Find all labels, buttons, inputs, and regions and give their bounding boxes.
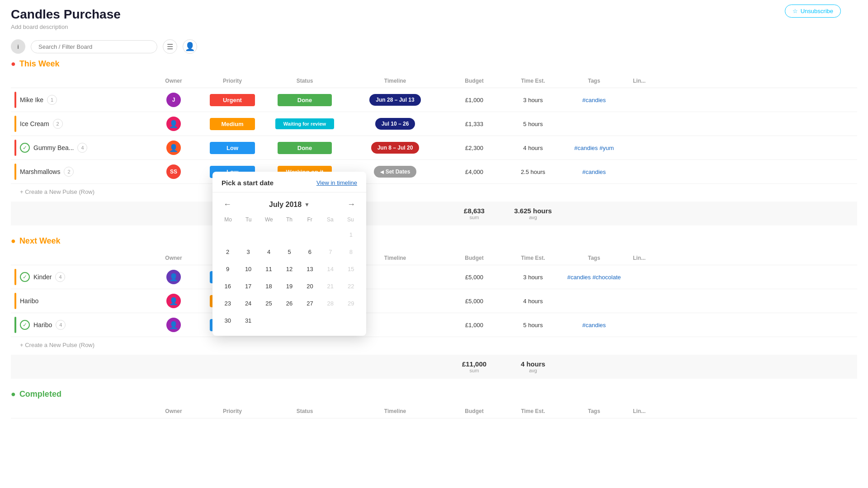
status-cell[interactable]: Done [264, 94, 345, 106]
calendar-dropdown-arrow[interactable]: ▼ [304, 202, 310, 208]
calendar-day[interactable]: 16 [218, 278, 237, 294]
timeline-badge[interactable]: Jul 10 – 26 [375, 118, 415, 130]
row-name-text[interactable]: Haribo [33, 321, 52, 328]
row-name-text[interactable]: Haribo [20, 297, 38, 305]
calendar-day[interactable]: 23 [218, 295, 237, 311]
calendar-day[interactable]: 10 [238, 261, 258, 277]
table-row: Haribo 👤 Medium £5,000 4 hours [11, 289, 857, 313]
priority-cell[interactable]: Medium [201, 118, 264, 130]
owner-cell: J [146, 93, 201, 107]
calendar-day [259, 312, 278, 328]
calendar-month-display: July 2018 ▼ [269, 201, 310, 209]
next-week-toggle[interactable]: ● [11, 236, 16, 246]
time-cell: 5 hours [504, 322, 562, 328]
col-timeline: Timeline [345, 408, 445, 414]
calendar-day[interactable]: 27 [300, 295, 320, 311]
calendar-day: 14 [321, 261, 340, 277]
calendar-next-button[interactable]: → [344, 198, 359, 211]
calendar-day[interactable]: 3 [238, 244, 258, 260]
page-subtitle[interactable]: Add board description [11, 23, 857, 30]
completed-toggle[interactable]: ● [11, 389, 16, 399]
owner-cell: 👤 [146, 117, 201, 131]
table-row: Ice Cream 2 👤 Medium Waiting for review … [11, 112, 857, 136]
budget-cell: £1,333 [445, 121, 504, 127]
add-row-button[interactable]: + Create a New Pulse (Row) [11, 184, 857, 200]
tags-cell[interactable]: #candies [562, 97, 626, 103]
calendar-day[interactable]: 25 [259, 295, 278, 311]
table-header-this-week: Owner Priority Status Timeline Budget Ti… [11, 74, 857, 88]
view-in-timeline-link[interactable]: View in timeline [316, 179, 357, 186]
col-status: Status [264, 408, 345, 414]
calendar-prev-button[interactable]: ← [220, 198, 235, 211]
toolbar: i ☰ 👤 [0, 34, 868, 59]
priority-badge[interactable]: Medium [210, 118, 255, 130]
avatar: J [166, 93, 181, 107]
row-name-text[interactable]: Ice Cream [20, 120, 49, 127]
row-name-text[interactable]: Kinder [33, 273, 52, 281]
calendar-day [279, 312, 299, 328]
search-input[interactable] [31, 40, 157, 53]
priority-badge[interactable]: Low [210, 142, 255, 154]
status-badge[interactable]: Done [278, 142, 332, 154]
calendar-day[interactable]: 12 [279, 261, 299, 277]
tags-cell[interactable]: #candies [562, 169, 626, 175]
tags-cell[interactable]: #candies [562, 322, 626, 328]
row-indicator [14, 140, 16, 156]
table-row: Marshmallows 2 SS Low Working on it ◀ Se… [11, 160, 857, 184]
row-name-text[interactable]: Marshmallows [20, 168, 60, 175]
calendar-day: 7 [321, 244, 340, 260]
this-week-section: ● This Week Owner Priority Status Timeli… [0, 59, 868, 236]
add-row-button-next-week[interactable]: + Create a New Pulse (Row) [11, 337, 857, 353]
row-indicator [14, 164, 16, 180]
priority-cell[interactable]: Urgent [201, 94, 264, 106]
person-icon[interactable]: 👤 [183, 39, 197, 54]
calendar-day[interactable]: 26 [279, 295, 299, 311]
calendar-day[interactable]: 30 [218, 312, 237, 328]
calendar-day[interactable]: 6 [300, 244, 320, 260]
tags-cell[interactable]: #candies #chocolate [562, 274, 626, 281]
calendar-day[interactable]: 31 [238, 312, 258, 328]
calendar-day[interactable]: 19 [279, 278, 299, 294]
day-th: Th [279, 215, 299, 225]
owner-cell: SS [146, 164, 201, 179]
calendar-day[interactable]: 24 [238, 295, 258, 311]
unsubscribe-button[interactable]: ☆ Unsubscribe [785, 5, 841, 18]
status-cell[interactable]: Done [264, 142, 345, 154]
calendar-header-bar: Pick a start date View in timeline [212, 172, 366, 192]
status-badge[interactable]: Waiting for review [275, 118, 334, 129]
avatar: 👤 [166, 318, 181, 332]
timeline-badge[interactable]: Jun 28 – Jul 13 [369, 94, 420, 106]
calendar-day[interactable]: 20 [300, 278, 320, 294]
tags-cell[interactable]: #candies #yum [562, 145, 626, 151]
calendar-day[interactable]: 9 [218, 261, 237, 277]
calendar-day[interactable]: 18 [259, 278, 278, 294]
row-number: 4 [55, 272, 65, 282]
status-badge[interactable]: Done [278, 94, 332, 106]
status-cell[interactable]: Waiting for review [264, 118, 345, 129]
set-dates-badge[interactable]: ◀ Set Dates [374, 166, 417, 178]
calendar-day[interactable]: 2 [218, 244, 237, 260]
priority-cell[interactable]: Low [201, 142, 264, 154]
calendar-day [341, 312, 361, 328]
timeline-badge[interactable]: Jun 8 – Jul 20 [371, 142, 420, 154]
this-week-toggle[interactable]: ● [11, 59, 16, 69]
time-summary: 3.625 hours avg [504, 207, 562, 220]
timeline-cell[interactable]: Jun 28 – Jul 13 [345, 94, 445, 106]
timeline-cell[interactable]: Jun 8 – Jul 20 [345, 142, 445, 154]
calendar-day[interactable]: 17 [238, 278, 258, 294]
time-cell: 4 hours [504, 145, 562, 151]
calendar-day[interactable]: 13 [300, 261, 320, 277]
priority-badge[interactable]: Urgent [210, 94, 255, 106]
info-icon[interactable]: i [11, 39, 25, 54]
calendar-day[interactable]: 11 [259, 261, 278, 277]
calendar-day[interactable]: 4 [259, 244, 278, 260]
day-sa: Sa [320, 215, 340, 225]
row-name-text[interactable]: Mike Ike [20, 96, 43, 103]
calendar-grid: Mo Tu We Th Fr Sa Su 1234567891011121314… [212, 215, 366, 336]
calendar-day[interactable]: 5 [279, 244, 299, 260]
avatar: SS [166, 164, 181, 179]
next-week-title: Next Week [19, 236, 61, 246]
timeline-cell[interactable]: Jul 10 – 26 [345, 118, 445, 130]
row-name-text[interactable]: Gummy Bea... [33, 144, 74, 151]
filter-icon[interactable]: ☰ [163, 39, 177, 54]
